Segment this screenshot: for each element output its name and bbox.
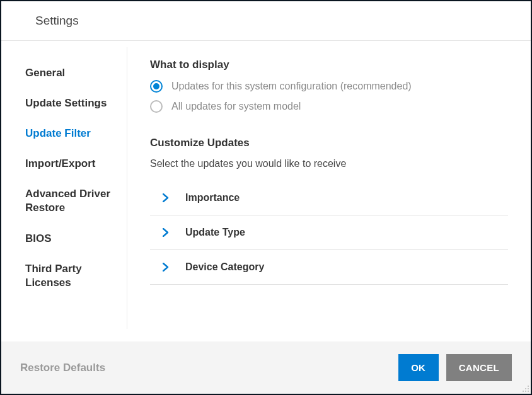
what-to-display-title: What to display bbox=[150, 59, 508, 71]
sidebar-item-third-party-licenses[interactable]: Third Party Licenses bbox=[25, 262, 127, 290]
chevron-right-icon bbox=[161, 228, 170, 237]
expander-label: Device Category bbox=[185, 261, 264, 273]
customize-updates-subtitle: Select the updates you would like to rec… bbox=[150, 158, 508, 169]
radio-label: All updates for system model bbox=[171, 101, 301, 112]
radio-updates-this-system[interactable]: Updates for this system configuration (r… bbox=[150, 80, 508, 93]
svg-point-5 bbox=[528, 391, 529, 392]
svg-point-3 bbox=[523, 391, 524, 392]
main-panel: What to display Updates for this system … bbox=[127, 41, 531, 341]
expander-label: Importance bbox=[185, 192, 240, 203]
chevron-right-icon bbox=[161, 193, 170, 202]
svg-point-1 bbox=[525, 388, 526, 389]
svg-point-0 bbox=[528, 386, 529, 387]
radio-icon bbox=[150, 100, 163, 113]
cancel-button[interactable]: CANCEL bbox=[446, 354, 512, 381]
svg-point-2 bbox=[528, 388, 529, 389]
settings-window: Settings General Update Settings Update … bbox=[0, 0, 532, 395]
svg-point-4 bbox=[525, 391, 526, 392]
expander-label: Update Type bbox=[185, 227, 245, 238]
radio-label: Updates for this system configuration (r… bbox=[171, 81, 412, 92]
expander-importance[interactable]: Importance bbox=[150, 181, 508, 215]
sidebar-item-general[interactable]: General bbox=[25, 66, 127, 80]
footer-buttons: OK CANCEL bbox=[398, 354, 512, 381]
customize-updates-title: Customize Updates bbox=[150, 137, 508, 149]
ok-button[interactable]: OK bbox=[398, 354, 439, 381]
radio-all-updates[interactable]: All updates for system model bbox=[150, 100, 508, 113]
restore-defaults-link[interactable]: Restore Defaults bbox=[20, 362, 105, 374]
sidebar-item-import-export[interactable]: Import/Export bbox=[25, 157, 127, 171]
sidebar-item-advanced-driver-restore[interactable]: Advanced Driver Restore bbox=[25, 187, 127, 215]
page-title: Settings bbox=[35, 14, 531, 28]
sidebar-item-update-filter[interactable]: Update Filter bbox=[25, 127, 127, 140]
window-footer: Restore Defaults OK CANCEL bbox=[1, 341, 531, 394]
chevron-right-icon bbox=[161, 263, 170, 272]
sidebar-item-bios[interactable]: BIOS bbox=[25, 232, 127, 246]
sidebar-nav: General Update Settings Update Filter Im… bbox=[1, 47, 127, 329]
window-body: General Update Settings Update Filter Im… bbox=[1, 41, 531, 341]
window-header: Settings bbox=[1, 1, 531, 41]
sidebar-item-update-settings[interactable]: Update Settings bbox=[25, 96, 127, 110]
expander-update-type[interactable]: Update Type bbox=[150, 215, 508, 250]
expander-device-category[interactable]: Device Category bbox=[150, 250, 508, 285]
radio-icon bbox=[150, 80, 163, 93]
display-radio-group: Updates for this system configuration (r… bbox=[150, 80, 508, 113]
resize-grip-icon[interactable] bbox=[521, 384, 529, 392]
